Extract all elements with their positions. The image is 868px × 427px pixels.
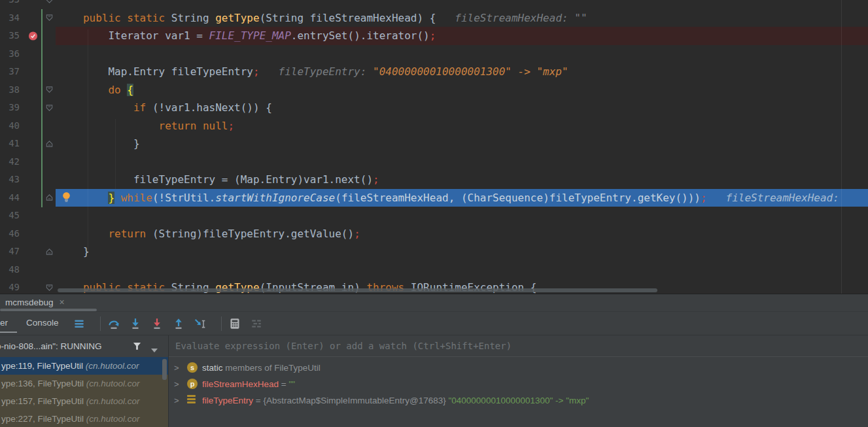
- stack-frame-row[interactable]: ype:157, FileTypeUtil (cn.hutool.cor: [0, 392, 168, 410]
- code-line[interactable]: 41 }: [0, 135, 868, 153]
- frames-panel: p-nio-808...ain": RUNNING ype:119, FileT…: [0, 335, 168, 427]
- code-text: do {: [64, 81, 133, 99]
- frame-package: (cn.hutool.cor: [86, 379, 140, 388]
- expand-chevron-icon[interactable]: >: [174, 360, 179, 376]
- thread-selector[interactable]: p-nio-808...ain": RUNNING: [0, 335, 168, 357]
- code-line[interactable]: 45: [0, 207, 868, 225]
- tab-debugger-cut[interactable]: er: [0, 312, 8, 334]
- frame-method: ype:119, FileTypeUtil: [1, 361, 86, 371]
- chevron-down-icon[interactable]: [150, 344, 158, 356]
- indent-guide: [115, 119, 116, 189]
- line-number: 35: [0, 27, 20, 45]
- frame-method: ype:136, FileTypeUtil: [1, 379, 86, 388]
- stack-frame-row[interactable]: ype:136, FileTypeUtil (cn.hutool.cor: [0, 375, 168, 392]
- field-icon: [187, 395, 198, 405]
- debug-content: p-nio-808...ain": RUNNING ype:119, FileT…: [0, 335, 868, 427]
- code-line[interactable]: 36: [0, 45, 868, 63]
- frame-package: (cn.hutool.cor: [86, 414, 140, 424]
- line-number: 41: [0, 135, 20, 153]
- line-number: 38: [0, 81, 20, 99]
- code-text: return (String)fileTypeEntry.getValue();: [64, 225, 360, 243]
- static-icon: s: [187, 362, 198, 373]
- breakpoint-icon[interactable]: [28, 31, 38, 41]
- toolbar-divider: [100, 316, 101, 331]
- frame-method: ype:227, FileTypeUtil: [1, 414, 86, 424]
- line-number: 40: [0, 117, 20, 135]
- code-line[interactable]: 38 do {: [0, 81, 868, 99]
- line-number: 45: [0, 207, 20, 225]
- code-editor[interactable]: 3334 public static String getType(String…: [0, 0, 868, 294]
- line-number: 42: [0, 153, 20, 171]
- variable-text: fileStreamHexHead = "": [202, 376, 295, 392]
- fold-marker-icon[interactable]: [45, 14, 54, 22]
- fold-marker-icon[interactable]: [45, 103, 54, 112]
- code-lines: 3334 public static String getType(String…: [0, 0, 868, 294]
- variable-row[interactable]: >fileTypeEntry = {AbstractMap$SimpleImmu…: [169, 392, 868, 409]
- code-text: }: [64, 243, 90, 261]
- evaluate-expression-input[interactable]: Evaluate expression (Enter) or add a wat…: [175, 335, 512, 356]
- code-line[interactable]: 37 Map.Entry fileTypeEntry; fileTypeEntr…: [0, 63, 868, 81]
- run-to-cursor-icon[interactable]: [194, 318, 206, 330]
- fold-marker-icon[interactable]: [45, 194, 54, 202]
- code-line[interactable]: 40 return null;: [0, 117, 868, 135]
- variables-panel: Evaluate expression (Enter) or add a wat…: [169, 335, 868, 427]
- line-number: 48: [0, 261, 20, 279]
- line-number: 43: [0, 171, 20, 189]
- line-number: 33: [0, 0, 20, 9]
- frames-scrollbar[interactable]: [162, 359, 167, 380]
- variable-row[interactable]: >sstatic members of FileTypeUtil: [169, 360, 868, 376]
- code-line[interactable]: 42: [0, 153, 868, 171]
- fold-marker-icon[interactable]: [45, 86, 54, 94]
- evaluate-expression-bar: Evaluate expression (Enter) or add a wat…: [169, 335, 868, 357]
- tab-label: mcmsdebug: [5, 298, 54, 307]
- filter-icon[interactable]: [132, 341, 142, 354]
- step-out-icon[interactable]: [173, 318, 184, 330]
- close-icon[interactable]: ×: [60, 297, 65, 307]
- code-line[interactable]: 48: [0, 261, 868, 279]
- variable-text: fileTypeEntry = {AbstractMap$SimpleImmut…: [202, 392, 589, 409]
- parameter-icon: p: [187, 379, 198, 389]
- line-number: 37: [0, 63, 20, 81]
- indent-guide: [88, 29, 88, 253]
- force-step-into-icon[interactable]: [151, 318, 163, 330]
- fold-marker-icon[interactable]: [45, 139, 54, 148]
- tab-console[interactable]: Console: [26, 312, 59, 334]
- fold-marker-icon[interactable]: [45, 0, 54, 4]
- menu-icon[interactable]: [73, 318, 85, 330]
- frame-method: ype:157, FileTypeUtil: [1, 396, 86, 406]
- code-line[interactable]: 47 }: [0, 243, 868, 261]
- code-text: Map.Entry fileTypeEntry; fileTypeEntry: …: [64, 63, 568, 81]
- code-line[interactable]: 34 public static String getType(String f…: [0, 9, 868, 27]
- line-number: 39: [0, 99, 20, 117]
- variable-text: static members of FileTypeUtil: [202, 360, 321, 376]
- debug-tab-strip: mcmsdebug×: [0, 294, 868, 312]
- stack-frame-row[interactable]: ype:119, FileTypeUtil (cn.hutool.cor: [0, 357, 168, 375]
- code-text: if (!var1.hasNext()) {: [64, 99, 272, 117]
- line-number: 44: [0, 189, 20, 207]
- debug-tool-window: mcmsdebug× er Console p-nio-808...ain": …: [0, 294, 868, 427]
- step-over-icon[interactable]: [108, 318, 120, 330]
- stack-frame-row[interactable]: ype:227, FileTypeUtil (cn.hutool.cor: [0, 410, 168, 427]
- fold-marker-icon[interactable]: [45, 247, 54, 256]
- code-line[interactable]: 35 Iterator var1 = FILE_TYPE_MAP.entrySe…: [0, 27, 868, 45]
- code-line[interactable]: 46 return (String)fileTypeEntry.getValue…: [0, 225, 868, 243]
- code-text: fileTypeEntry = (Map.Entry)var1.next();: [64, 171, 379, 189]
- code-text: public static String getType(String file…: [64, 9, 587, 27]
- tabstrip-scrollbar[interactable]: [0, 309, 97, 311]
- fold-marker-icon[interactable]: [45, 283, 54, 292]
- frames-list: ype:119, FileTypeUtil (cn.hutool.corype:…: [0, 357, 168, 427]
- editor-horizontal-scrollbar[interactable]: [58, 288, 657, 292]
- debugger-toolbar: er Console: [0, 312, 868, 335]
- code-line[interactable]: 43 fileTypeEntry = (Map.Entry)var1.next(…: [0, 171, 868, 189]
- step-into-icon[interactable]: [130, 318, 141, 330]
- code-line[interactable]: 44 } while(!StrUtil.startWithIgnoreCase(…: [0, 189, 868, 207]
- evaluate-expression-icon[interactable]: [229, 318, 241, 330]
- variable-row[interactable]: >pfileStreamHexHead = "": [169, 376, 868, 392]
- expand-chevron-icon[interactable]: >: [174, 376, 179, 392]
- thread-status: p-nio-808...ain": RUNNING: [0, 335, 102, 357]
- expand-chevron-icon[interactable]: >: [174, 392, 179, 409]
- code-line[interactable]: 39 if (!var1.hasNext()) {: [0, 99, 868, 117]
- code-line[interactable]: 33: [0, 0, 868, 9]
- code-text: return null;: [64, 117, 234, 135]
- line-number: 46: [0, 225, 20, 243]
